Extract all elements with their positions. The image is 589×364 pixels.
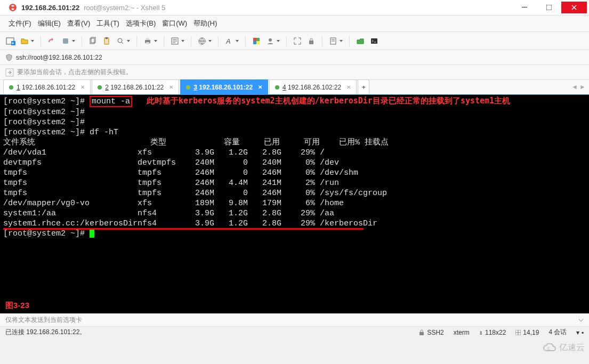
window-titlebar: 192.168.26.101:22 root@system2:~ - Xshel… — [0, 0, 589, 15]
tab-close-icon[interactable]: ✕ — [258, 84, 262, 90]
security-icon — [5, 54, 13, 61]
svg-rect-18 — [256, 38, 260, 41]
grid-icon — [515, 330, 521, 335]
print-button[interactable] — [141, 35, 154, 47]
watermark-text: 亿速云 — [559, 342, 585, 353]
svg-rect-1 — [522, 7, 527, 7]
status-sessions: 4 会话 — [548, 328, 567, 337]
svg-rect-2 — [546, 5, 552, 10]
svg-rect-17 — [253, 38, 256, 41]
tabbar: 1 192.168.26.101:22✕ 2 192.168.26.101:22… — [0, 80, 589, 95]
svg-point-21 — [269, 38, 272, 42]
lock-icon — [418, 329, 425, 336]
svg-rect-22 — [309, 41, 313, 44]
status-dot-icon — [98, 85, 102, 90]
svg-rect-24 — [371, 38, 377, 44]
window-subtitle: root@system2:~ - Xshell 5 — [84, 4, 165, 12]
send-bar[interactable]: 仅将文本发送到当前选项卡 — [0, 313, 589, 326]
hint-bar: 要添加当前会话，点击左侧的箭头按钮。 — [0, 65, 589, 80]
font-button[interactable]: A — [223, 35, 236, 47]
hint-arrow-icon[interactable] — [5, 68, 14, 77]
address-text: ssh://root@192.168.26.101:22 — [16, 54, 102, 61]
hint-text: 要添加当前会话，点击左侧的箭头按钮。 — [17, 68, 132, 77]
status-dot-icon — [186, 85, 190, 90]
toolbar: A — [0, 32, 589, 50]
disconnect-button[interactable] — [59, 35, 72, 47]
svg-rect-9 — [106, 37, 108, 39]
dropdown-icon[interactable] — [578, 318, 584, 323]
tab-close-icon[interactable]: ✕ — [169, 84, 173, 90]
watermark: E 亿速云 — [542, 342, 585, 353]
profile-button[interactable] — [264, 35, 277, 47]
svg-rect-5 — [63, 38, 68, 44]
open-session-button[interactable] — [18, 35, 31, 47]
menubar: 文件(F) 编辑(E) 查看(V) 工具(T) 选项卡(B) 窗口(W) 帮助(… — [0, 15, 589, 32]
menu-edit[interactable]: 编辑(E) — [35, 18, 64, 29]
close-button[interactable] — [561, 2, 587, 13]
tab-1[interactable]: 1 192.168.26.101:22✕ — [3, 79, 91, 94]
status-ssh: SSH2 — [418, 329, 443, 336]
statusbar: 已连接 192.168.26.101:22。 SSH2 xterm ⇕ 118x… — [0, 326, 589, 338]
svg-point-10 — [118, 38, 122, 43]
encoding-button[interactable] — [196, 35, 208, 47]
menu-tabs[interactable]: 选项卡(B) — [123, 18, 159, 29]
cloud-icon: E — [542, 343, 557, 353]
terminal-button[interactable] — [368, 35, 381, 47]
status-size: ⇕ 118x22 — [479, 329, 506, 336]
tab-2[interactable]: 2 192.168.26.101:22✕ — [92, 79, 179, 94]
menu-help[interactable]: 帮助(H) — [190, 18, 220, 29]
addressbar[interactable]: ssh://root@192.168.26.101:22 — [0, 50, 589, 65]
xftp-button[interactable] — [354, 35, 367, 47]
status-menu[interactable]: ▾ ▪ — [576, 329, 584, 336]
window-title: 192.168.26.101:22 — [21, 4, 79, 12]
color-button[interactable] — [250, 35, 263, 47]
tab-4[interactable]: 4 192.168.26.102:22✕ — [269, 79, 357, 94]
menu-file[interactable]: 文件(F) — [5, 18, 35, 29]
svg-rect-12 — [146, 38, 149, 40]
minimize-button[interactable] — [512, 2, 537, 13]
tab-nav[interactable]: ◄ ► — [571, 83, 586, 91]
status-connected: 已连接 192.168.26.101:22。 — [5, 328, 86, 337]
svg-point-0 — [9, 4, 17, 11]
svg-text:E: E — [547, 346, 550, 351]
find-button[interactable] — [114, 35, 127, 47]
send-hint: 仅将文本发送到当前选项卡 — [5, 316, 82, 325]
menu-window[interactable]: 窗口(W) — [159, 18, 190, 29]
tab-add[interactable]: + — [358, 79, 369, 94]
svg-rect-20 — [256, 41, 260, 44]
paste-button[interactable] — [100, 35, 113, 47]
menu-tools[interactable]: 工具(T) — [93, 18, 123, 29]
status-dot-icon — [275, 85, 279, 90]
fullscreen-button[interactable] — [291, 35, 304, 47]
tab-close-icon[interactable]: ✕ — [346, 84, 351, 90]
svg-text:A: A — [225, 37, 231, 45]
maximize-button[interactable] — [537, 2, 561, 13]
terminal-area[interactable]: [root@system2 ~]# mount -a 此时基于kerberos服… — [0, 95, 589, 313]
svg-rect-26 — [419, 332, 424, 335]
status-term: xterm — [454, 329, 470, 336]
copy-button[interactable] — [86, 35, 99, 47]
lock-button[interactable] — [305, 35, 318, 47]
script-button[interactable] — [327, 35, 340, 47]
status-pos: 14,19 — [515, 329, 539, 336]
properties-button[interactable] — [168, 35, 181, 47]
app-icon — [9, 3, 17, 12]
svg-rect-19 — [253, 41, 256, 44]
svg-rect-13 — [146, 42, 149, 44]
status-dot-icon — [9, 85, 13, 90]
reconnect-button[interactable] — [45, 35, 58, 47]
new-session-button[interactable] — [4, 35, 17, 47]
tab-3[interactable]: 3 192.168.26.101:22✕ — [180, 79, 268, 94]
menu-view[interactable]: 查看(V) — [64, 18, 93, 29]
tab-close-icon[interactable]: ✕ — [80, 84, 85, 90]
